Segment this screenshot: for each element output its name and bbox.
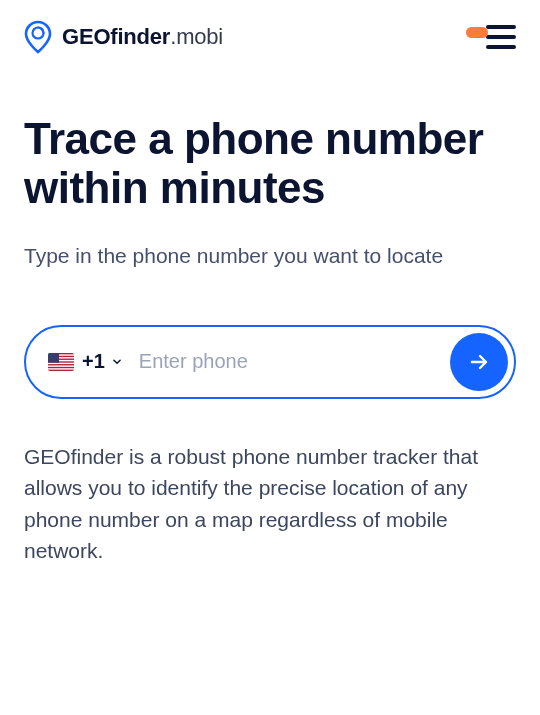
chevron-down-icon	[113, 358, 121, 366]
svg-rect-8	[48, 353, 59, 363]
brand-bold: GEOfinder	[62, 24, 170, 49]
country-code: +1	[82, 350, 105, 373]
geo-pin-icon	[24, 20, 52, 54]
menu-button[interactable]	[486, 25, 516, 49]
accent-pill	[466, 27, 488, 38]
brand-name: GEOfinder.mobi	[62, 24, 223, 50]
svg-rect-5	[48, 363, 74, 364]
brand-suffix: .mobi	[170, 24, 223, 49]
svg-rect-6	[48, 365, 74, 366]
us-flag-icon	[48, 353, 74, 371]
page-subtitle: Type in the phone number you want to loc…	[24, 241, 516, 271]
arrow-right-icon	[468, 351, 490, 373]
submit-button[interactable]	[450, 333, 508, 391]
page-title: Trace a phone number within minutes	[24, 114, 516, 213]
phone-input[interactable]	[135, 340, 450, 383]
logo[interactable]: GEOfinder.mobi	[24, 20, 223, 54]
phone-form: +1	[24, 325, 516, 399]
country-selector[interactable]: +1	[48, 350, 135, 373]
svg-rect-7	[48, 368, 74, 369]
description-text: GEOfinder is a robust phone number track…	[24, 441, 516, 567]
